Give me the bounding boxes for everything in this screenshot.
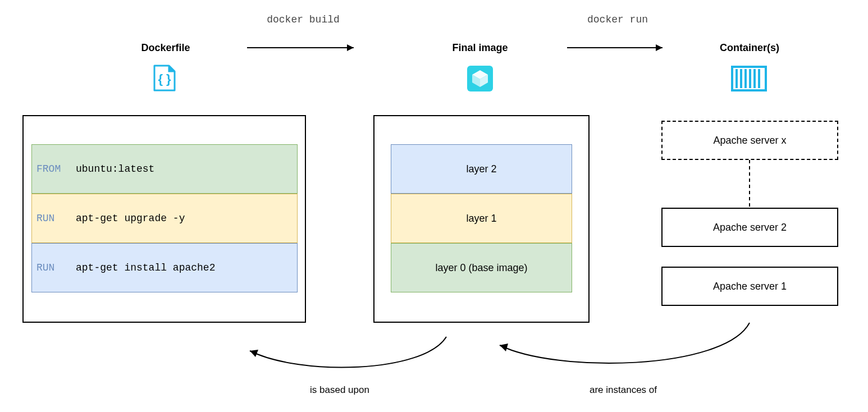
run-arrow-icon — [564, 39, 671, 56]
containers-header: Container(s) — [702, 42, 797, 54]
svg-marker-3 — [656, 44, 663, 51]
run2-keyword: RUN — [36, 262, 76, 273]
container-icon — [731, 65, 767, 93]
image-box: layer 2 layer 1 layer 0 (base image) — [373, 115, 590, 323]
dockerfile-line-from: FROM ubuntu:latest — [31, 144, 298, 194]
dockerfile-box: FROM ubuntu:latest RUN apt-get upgrade -… — [22, 115, 306, 323]
svg-text:{ }: { } — [158, 72, 171, 86]
instances-of-arrow-icon — [488, 320, 758, 376]
docker-build-label: docker build — [253, 14, 354, 25]
from-keyword: FROM — [36, 163, 76, 175]
apache-server-2: Apache server 2 — [661, 208, 838, 247]
dockerfile-header: Dockerfile — [124, 42, 208, 54]
run1-keyword: RUN — [36, 213, 76, 224]
svg-marker-1 — [347, 44, 354, 51]
based-upon-arrow-icon — [239, 334, 452, 379]
instances-of-caption: are instances of — [561, 384, 685, 396]
run2-value: apt-get install apache2 — [76, 262, 215, 273]
dockerfile-line-run2: RUN apt-get install apache2 — [31, 243, 298, 292]
json-file-icon: { } — [150, 65, 179, 93]
layer-1: layer 1 — [391, 194, 572, 243]
layer-2: layer 2 — [391, 144, 572, 194]
svg-marker-17 — [250, 350, 258, 357]
run1-value: apt-get upgrade -y — [76, 213, 185, 224]
cube-icon — [466, 65, 494, 93]
dashed-connector-icon — [747, 160, 752, 208]
apache-server-x: Apache server x — [661, 121, 838, 160]
from-value: ubuntu:latest — [76, 163, 154, 175]
image-header: Final image — [438, 42, 522, 54]
dockerfile-line-run1: RUN apt-get upgrade -y — [31, 194, 298, 243]
build-arrow-icon — [244, 39, 362, 56]
apache-server-1: Apache server 1 — [661, 267, 838, 306]
svg-marker-18 — [500, 344, 508, 351]
docker-diagram: docker build docker run Dockerfile Final… — [22, 17, 846, 395]
based-upon-caption: is based upon — [284, 384, 396, 396]
docker-run-label: docker run — [573, 14, 663, 25]
layer-0: layer 0 (base image) — [391, 243, 572, 292]
